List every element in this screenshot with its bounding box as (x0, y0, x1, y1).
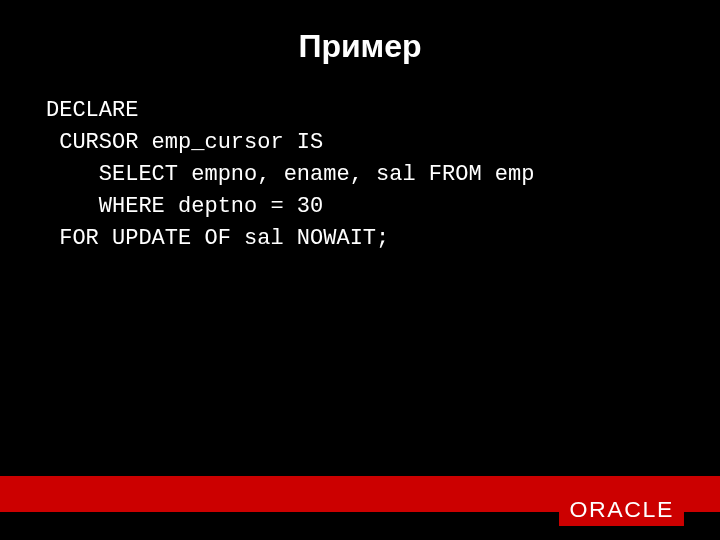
slide-title: Пример (0, 0, 720, 65)
code-line: SELECT empno, ename, sal FROM emp (46, 162, 534, 187)
code-line: WHERE deptno = 30 (46, 194, 323, 219)
code-line: DECLARE (46, 98, 138, 123)
code-line: CURSOR emp_cursor IS (46, 130, 323, 155)
oracle-logo: ORACLE (559, 494, 684, 526)
code-line: FOR UPDATE OF sal NOWAIT; (46, 226, 389, 251)
code-example: DECLARE CURSOR emp_cursor IS SELECT empn… (0, 65, 720, 254)
